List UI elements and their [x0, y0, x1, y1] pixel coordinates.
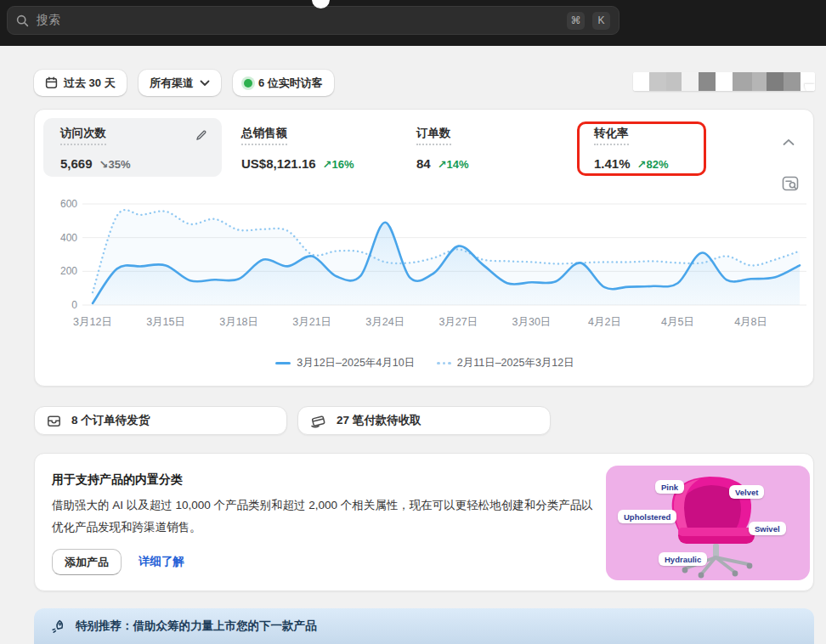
orders-box-icon: [47, 414, 61, 428]
search-icon: [16, 14, 29, 27]
chart-legend: 3月12日–2025年4月10日 2月11日–2025年3月12日: [35, 356, 815, 370]
live-indicator-dot: [244, 79, 252, 88]
orders-to-fulfill-label: 8 个订单待发货: [71, 413, 150, 428]
metric-orders[interactable]: 订单数 84 ↗14%: [416, 125, 469, 171]
svg-text:3月15日: 3月15日: [146, 316, 185, 328]
dotted-line-swatch: [437, 362, 451, 365]
payments-to-capture-button[interactable]: 27 笔付款待收取: [297, 406, 551, 435]
metric-orders-delta: ↗14%: [438, 158, 469, 171]
banner-text: 特别推荐：借助众筹的力量上市您的下一款产品: [76, 619, 317, 634]
tag-pink: Pink: [655, 480, 684, 494]
svg-text:400: 400: [60, 232, 77, 244]
calendar-icon: [45, 76, 58, 89]
svg-text:4月5日: 4月5日: [661, 316, 694, 328]
tag-velvet: Velvet: [729, 485, 764, 499]
live-visitors-label: 6 位实时访客: [258, 76, 323, 91]
page-curl-decoration: [805, 84, 815, 91]
svg-text:4月2日: 4月2日: [588, 316, 621, 328]
promo-title: 用于支持产品的内置分类: [52, 472, 183, 488]
date-range-label: 过去 30 天: [64, 76, 116, 91]
trend-up-icon: ↗: [323, 158, 332, 171]
trend-down-icon: ↘: [99, 158, 109, 171]
learn-more-link[interactable]: 详细了解: [139, 554, 184, 569]
tag-swivel: Swivel: [749, 522, 786, 535]
top-bar: 搜索 ⌘ K: [0, 0, 826, 46]
crowdfunding-banner[interactable]: 特别推荐：借助众筹的力量上市您的下一款产品: [34, 608, 814, 644]
live-visitors-button[interactable]: 6 位实时访客: [233, 70, 334, 96]
edit-pencil-icon[interactable]: [195, 128, 208, 142]
metric-sessions-label[interactable]: 访问次数: [60, 126, 106, 145]
metric-conversion-rate[interactable]: 转化率 1.41% ↗82%: [594, 125, 668, 171]
k-key-badge: K: [592, 12, 610, 30]
cmd-key-badge: ⌘: [567, 12, 585, 30]
promo-body: 借助强大的 AI 以及超过 10,000 个产品类别和超过 2,000 个相关属…: [52, 494, 603, 539]
view-report-icon[interactable]: [781, 174, 800, 193]
svg-text:4月8日: 4月8日: [734, 316, 767, 328]
trend-up-icon: ↗: [438, 158, 447, 171]
metric-sessions: 访问次数 5,669 ↘35%: [60, 125, 239, 171]
solid-line-swatch: [275, 362, 291, 364]
product-taxonomy-promo-card: 用于支持产品的内置分类 借助强大的 AI 以及超过 10,000 个产品类别和超…: [34, 453, 814, 591]
metric-conversion-rate-delta: ↗82%: [637, 158, 669, 171]
svg-text:3月27日: 3月27日: [438, 316, 478, 328]
metric-orders-value: 84: [416, 156, 431, 171]
orders-to-fulfill-button[interactable]: 8 个订单待发货: [34, 406, 287, 435]
metric-total-sales[interactable]: 总销售额 US$8,121.16 ↗16%: [241, 125, 354, 171]
redacted-account-info[interactable]: [633, 72, 815, 91]
metric-total-sales-label[interactable]: 总销售额: [241, 126, 287, 145]
payments-to-capture-label: 27 笔付款待收取: [337, 413, 421, 428]
search-input[interactable]: 搜索 ⌘ K: [7, 6, 620, 35]
legend-current-period-label: 3月12日–2025年4月10日: [297, 356, 415, 370]
svg-text:3月18日: 3月18日: [219, 316, 258, 328]
payment-card-icon: [310, 414, 326, 428]
metric-sessions-value: 5,669: [60, 156, 93, 171]
metric-conversion-rate-label[interactable]: 转化率: [594, 126, 629, 145]
date-range-button[interactable]: 过去 30 天: [34, 70, 127, 96]
trend-up-icon: ↗: [637, 158, 647, 171]
pink-chair-image: Pink Velvet Upholstered Swivel Hydraulic: [606, 466, 810, 580]
metric-orders-label[interactable]: 订单数: [416, 126, 451, 145]
legend-previous-period[interactable]: 2月11日–2025年3月12日: [437, 356, 574, 370]
channel-select-button[interactable]: 所有渠道: [139, 70, 221, 96]
rocket-icon: [51, 619, 65, 634]
svg-text:3月30日: 3月30日: [512, 316, 551, 328]
search-placeholder: 搜索: [37, 13, 559, 28]
svg-text:600: 600: [60, 198, 77, 210]
svg-text:3月24日: 3月24日: [365, 316, 405, 328]
channel-label: 所有渠道: [150, 76, 194, 91]
legend-current-period[interactable]: 3月12日–2025年4月10日: [275, 356, 415, 370]
metric-sessions-delta: ↘35%: [99, 158, 131, 171]
sessions-line-chart[interactable]: 02004006003月12日3月15日3月18日3月21日3月24日3月27日…: [35, 191, 815, 340]
tag-upholstered: Upholstered: [618, 510, 676, 523]
metric-sessions-chip[interactable]: 访问次数 5,669 ↘35%: [43, 118, 222, 177]
tag-hydraulic: Hydraulic: [659, 552, 707, 566]
svg-text:0: 0: [71, 299, 77, 311]
collapse-chevron-up-icon[interactable]: [783, 138, 795, 146]
legend-previous-period-label: 2月11日–2025年3月12日: [457, 356, 574, 370]
chevron-down-icon: [200, 80, 210, 87]
svg-text:3月21日: 3月21日: [292, 316, 331, 328]
analytics-overview-card: 访问次数 5,669 ↘35% 总销售额 US$8,121.16 ↗16% 订单…: [34, 109, 814, 387]
metric-conversion-rate-value: 1.41%: [594, 156, 631, 171]
svg-text:200: 200: [60, 265, 77, 277]
metric-total-sales-value: US$8,121.16: [241, 156, 316, 171]
add-product-button[interactable]: 添加产品: [52, 549, 122, 575]
svg-text:3月12日: 3月12日: [73, 316, 112, 328]
metric-total-sales-delta: ↗16%: [323, 158, 354, 171]
